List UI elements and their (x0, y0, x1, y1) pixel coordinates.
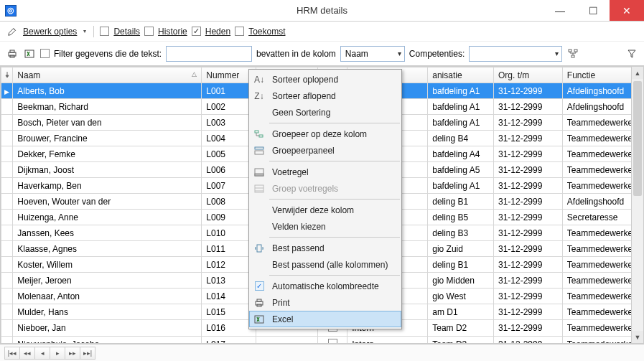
cm-print[interactable]: Print (249, 294, 401, 311)
cell-naam[interactable]: Brouwer, Francine (13, 131, 202, 146)
print-icon[interactable] (6, 47, 19, 60)
cell-naam[interactable]: Mulder, Hans (13, 304, 202, 320)
scroll-thumb[interactable] (633, 81, 642, 196)
cell-nummer[interactable]: L015 (202, 304, 256, 320)
cm-group-col[interactable]: Groepeer op deze kolom (249, 126, 401, 142)
cell-organisatie[interactable]: bafdeling A5 (428, 162, 494, 178)
cell-nummer[interactable]: L004 (202, 131, 256, 146)
cm-best-fit-all[interactable]: Best passend (alle kolommen) (249, 256, 401, 273)
table-row[interactable]: Nieuwenhuis, JacobaL017InternTeam D331-1… (1, 337, 643, 344)
cell-nummer[interactable]: L010 (202, 225, 256, 241)
scroll-down-icon[interactable]: ▼ (632, 331, 643, 343)
cell-naam[interactable]: Meijer, Jeroen (13, 273, 202, 289)
heden-checkbox[interactable] (192, 27, 201, 36)
cell-org-tm[interactable]: 31-12-2999 (493, 304, 562, 320)
cell-organisatie[interactable]: gio West (428, 289, 494, 304)
cell-nummer[interactable]: L008 (202, 194, 256, 210)
cm-best-fit[interactable]: Best passend (249, 240, 401, 256)
cell-nummer[interactable]: L003 (202, 115, 256, 131)
cell-naam[interactable]: Nieuwenhuis, Jacoba (13, 337, 202, 344)
details-checkbox[interactable] (100, 27, 109, 36)
cell-organisatie[interactable]: bafdeling A1 (428, 83, 494, 99)
close-button[interactable]: ✕ (610, 0, 644, 21)
cm-footer[interactable]: Voetregel (249, 164, 401, 180)
cell-organisatie[interactable]: bafdeling A4 (428, 146, 494, 162)
filter-column-select[interactable]: Naam (340, 46, 405, 62)
competenties-select[interactable] (469, 46, 562, 62)
cm-choose-fields[interactable]: Velden kiezen (249, 218, 401, 235)
cell-naam[interactable]: Bosch, Pieter van den (13, 115, 202, 131)
cell-naam[interactable]: Dijkman, Joost (13, 162, 202, 178)
cm-no-sort[interactable]: Geen Sortering (249, 104, 401, 121)
historie-link[interactable]: Historie (158, 27, 187, 37)
toekomst-link[interactable]: Toekomst (248, 27, 285, 37)
filter-enable-checkbox[interactable] (40, 49, 50, 58)
cell-naam[interactable]: Huizenga, Anne (13, 210, 202, 225)
cell-nummer[interactable]: L002 (202, 99, 256, 115)
cell-org-tm[interactable]: 31-12-2999 (493, 194, 562, 210)
cell-naam[interactable]: Molenaar, Anton (13, 289, 202, 304)
cell-hidden[interactable]: Intern (347, 337, 428, 344)
nav-last-button[interactable]: ▸▸| (80, 347, 95, 360)
cell-naam[interactable]: Dekker, Femke (13, 146, 202, 162)
cell-nummer[interactable]: L007 (202, 178, 256, 194)
historie-checkbox[interactable] (144, 27, 154, 36)
cell-org-tm[interactable]: 31-12-2999 (493, 83, 562, 99)
cell-nummer[interactable]: L013 (202, 273, 256, 289)
cell-nummer[interactable]: L011 (202, 241, 256, 257)
cell-nummer[interactable]: L016 (202, 320, 256, 337)
cell-organisatie[interactable]: deling B5 (428, 210, 494, 225)
nav-prev-page-button[interactable]: ◂◂ (19, 347, 35, 360)
cell-organisatie[interactable]: deling B3 (428, 225, 494, 241)
cell-naam[interactable]: Janssen, Kees (13, 225, 202, 241)
cell-naam[interactable]: Koster, Willem (13, 257, 202, 273)
cell-org-tm[interactable]: 31-12-2999 (493, 131, 562, 146)
cell-nummer[interactable]: L005 (202, 146, 256, 162)
cell-org-tm[interactable]: 31-12-2999 (493, 162, 562, 178)
cell-organisatie[interactable]: deling B1 (428, 194, 494, 210)
excel-icon[interactable] (23, 47, 36, 60)
maximize-button[interactable]: ☐ (577, 0, 610, 21)
filter-text-input[interactable] (166, 46, 252, 62)
cell-org-tm[interactable]: 31-12-2999 (493, 257, 562, 273)
cell-organisatie[interactable]: deling B1 (428, 257, 494, 273)
vertical-scrollbar[interactable]: ▲ ▼ (631, 67, 643, 343)
cm-remove-col[interactable]: Verwijder deze kolom (249, 202, 401, 218)
cell-naam[interactable]: Beekman, Richard (13, 99, 202, 115)
cm-excel[interactable]: Excel (249, 311, 401, 327)
cell-naam[interactable]: Alberts, Bob (13, 83, 202, 99)
col-nummer[interactable]: Nummer (202, 67, 256, 83)
col-org-tm[interactable]: Org. t/m (493, 67, 562, 83)
cell-org-tm[interactable]: 31-12-2999 (493, 99, 562, 115)
toekomst-checkbox[interactable] (235, 27, 244, 36)
cell-nummer[interactable]: L009 (202, 210, 256, 225)
cell-naam[interactable]: Nieboer, Jan (13, 320, 202, 337)
cell-organisatie[interactable]: deling B4 (428, 131, 494, 146)
nav-prev-button[interactable]: ◂ (34, 347, 50, 360)
cell-nummer[interactable]: L014 (202, 289, 256, 304)
cell-organisatie[interactable]: Team D2 (428, 320, 494, 337)
filter-key-icon[interactable] (625, 47, 638, 60)
tree-icon[interactable] (566, 47, 579, 60)
minimize-button[interactable]: — (543, 0, 577, 21)
cm-group-panel[interactable]: Groepeerpaneel (249, 142, 401, 159)
details-link[interactable]: Details (113, 27, 140, 37)
cell-nummer[interactable]: L001 (202, 83, 256, 99)
cell-org-tm[interactable]: 31-12-2999 (493, 289, 562, 304)
cell-checkbox[interactable] (318, 337, 347, 344)
cell-nummer[interactable]: L006 (202, 162, 256, 178)
cm-auto-width[interactable]: ✓ Automatische kolombreedte (249, 278, 401, 294)
cm-sort-asc[interactable]: A↓ Sorteer oplopend (249, 71, 401, 88)
cell-nummer[interactable]: L012 (202, 257, 256, 273)
cell-organisatie[interactable]: bafdeling A1 (428, 115, 494, 131)
cell-org-tm[interactable]: 31-12-2999 (493, 225, 562, 241)
cell-org-tm[interactable]: 31-12-2999 (493, 337, 562, 344)
cell-organisatie[interactable]: bafdeling A1 (428, 178, 494, 194)
cell-hidden[interactable] (256, 337, 318, 344)
nav-next-page-button[interactable]: ▸▸ (65, 347, 80, 360)
col-naam[interactable]: Naam (13, 67, 202, 83)
cell-organisatie[interactable]: am D1 (428, 304, 494, 320)
cell-organisatie[interactable]: gio Midden (428, 273, 494, 289)
cell-org-tm[interactable]: 31-12-2999 (493, 320, 562, 337)
edit-options-dropdown-icon[interactable]: ▾ (81, 27, 88, 37)
